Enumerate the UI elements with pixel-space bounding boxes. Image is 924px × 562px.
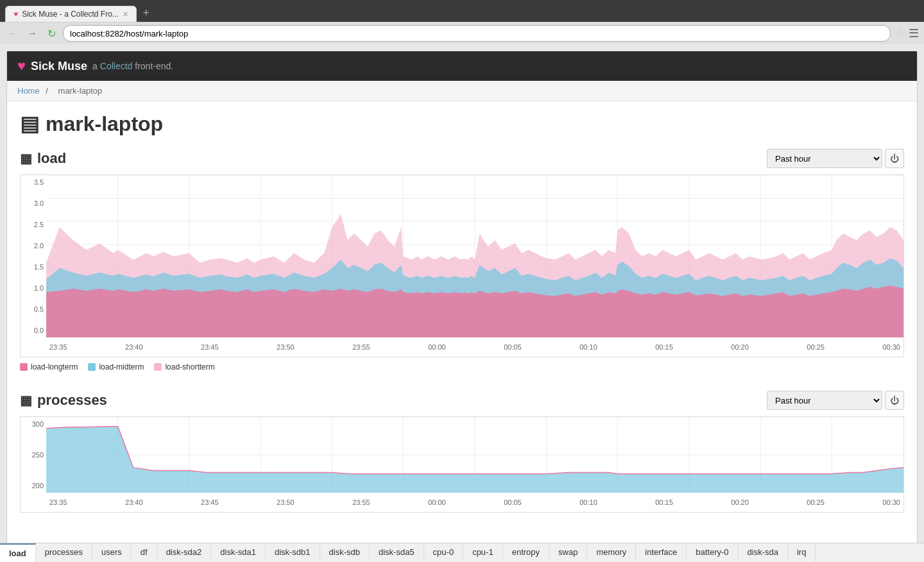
tab-users[interactable]: users <box>92 543 132 558</box>
server-icon: ▤ <box>20 112 39 136</box>
browser-chrome: ♥ Sick Muse - a Collectd Fro... ✕ + ← → … <box>0 0 924 44</box>
legend-midterm-color <box>88 363 96 371</box>
page-container: ♥ Sick Muse a Collectd front-end. Home /… <box>6 51 918 551</box>
load-chart-title: ▦ load <box>20 150 66 167</box>
tab-battery-0[interactable]: battery-0 <box>687 543 738 558</box>
browser-tab[interactable]: ♥ Sick Muse - a Collectd Fro... ✕ <box>5 6 137 22</box>
tab-title: Sick Muse - a Collectd Fro... <box>22 10 119 19</box>
load-chart-svg-area <box>46 175 903 337</box>
load-chart-controls: Past hour ⏻ <box>767 149 904 168</box>
tab-cpu-1[interactable]: cpu-1 <box>463 543 503 558</box>
page-wrapper: ♥ Sick Muse a Collectd front-end. Home /… <box>0 44 924 558</box>
load-chart-area: 3.5 3.0 2.5 2.0 1.5 1.0 0.5 0.0 <box>20 175 904 357</box>
load-y-labels: 3.5 3.0 2.5 2.0 1.5 1.0 0.5 0.0 <box>21 175 46 337</box>
processes-chart-svg-area <box>46 417 903 493</box>
load-chart-legend: load-longterm load-midterm load-shortter… <box>20 362 904 371</box>
tab-disk-sdb[interactable]: disk-sdb <box>320 543 370 558</box>
tab-bar: ♥ Sick Muse - a Collectd Fro... ✕ + <box>0 4 924 22</box>
tab-disk-sda5[interactable]: disk-sda5 <box>370 543 424 558</box>
load-x-labels: 23:35 23:40 23:45 23:50 23:55 00:00 00:0… <box>46 337 903 357</box>
app-header: ♥ Sick Muse a Collectd front-end. <box>7 51 917 81</box>
tab-memory[interactable]: memory <box>587 543 636 558</box>
load-power-button[interactable]: ⏻ <box>885 149 904 168</box>
legend-longterm: load-longterm <box>20 362 78 371</box>
main-content: ▤ mark-laptop ▦ load Past hour ⏻ <box>7 101 917 542</box>
tab-disk-sda[interactable]: disk-sda <box>739 543 788 558</box>
processes-x-labels: 23:35 23:40 23:45 23:50 23:55 00:00 00:0… <box>46 493 903 512</box>
bottom-tab-bar: load processes users df disk-sda2 disk-s… <box>0 543 924 558</box>
bookmark-button[interactable]: ☆ <box>894 26 905 40</box>
processes-svg <box>46 417 903 493</box>
new-tab-button[interactable]: + <box>137 4 156 22</box>
app-logo: ♥ <box>17 58 26 74</box>
processes-chart-section: ▦ processes Past hour ⏻ 300 250 <box>20 391 904 513</box>
breadcrumb-current: mark-laptop <box>58 86 103 96</box>
processes-time-select[interactable]: Past hour <box>767 391 882 410</box>
legend-longterm-color <box>20 363 28 371</box>
legend-shortterm: load-shortterm <box>154 362 214 371</box>
tab-load[interactable]: load <box>0 543 36 558</box>
nav-bar: ← → ↻ ☆ ☰ <box>0 22 924 44</box>
tab-processes[interactable]: processes <box>36 543 92 558</box>
tab-df[interactable]: df <box>132 543 157 558</box>
load-time-select[interactable]: Past hour <box>767 149 882 168</box>
processes-power-button[interactable]: ⏻ <box>885 391 904 410</box>
back-button[interactable]: ← <box>5 26 21 41</box>
host-name: mark-laptop <box>46 112 163 136</box>
processes-chart-icon: ▦ <box>20 393 32 408</box>
legend-shortterm-color <box>154 363 162 371</box>
forward-button[interactable]: → <box>24 26 40 41</box>
load-svg <box>46 175 903 337</box>
processes-chart-header: ▦ processes Past hour ⏻ <box>20 391 904 410</box>
menu-button[interactable]: ☰ <box>909 26 919 40</box>
processes-y-labels: 300 250 200 <box>21 417 46 493</box>
tab-interface[interactable]: interface <box>636 543 687 558</box>
tab-swap[interactable]: swap <box>549 543 587 558</box>
chart-bar-icon: ▦ <box>20 151 32 166</box>
tab-cpu-0[interactable]: cpu-0 <box>424 543 464 558</box>
address-bar[interactable] <box>63 25 891 42</box>
load-chart-section: ▦ load Past hour ⏻ 3.5 3.0 <box>20 149 904 371</box>
tab-close-button[interactable]: ✕ <box>123 10 128 19</box>
breadcrumb: Home / mark-laptop <box>7 81 917 101</box>
tab-entropy[interactable]: entropy <box>503 543 549 558</box>
tab-irq[interactable]: irq <box>788 543 816 558</box>
tab-favicon: ♥ <box>13 10 18 19</box>
processes-chart-area: 300 250 200 <box>20 416 904 513</box>
tab-disk-sda2[interactable]: disk-sda2 <box>157 543 212 558</box>
app-subtitle: a Collectd front-end. <box>92 61 173 71</box>
collectd-link[interactable]: Collectd <box>100 61 133 71</box>
app-title: Sick Muse <box>31 60 87 73</box>
breadcrumb-separator: / <box>46 86 48 96</box>
tab-disk-sdb1[interactable]: disk-sdb1 <box>266 543 320 558</box>
load-chart-header: ▦ load Past hour ⏻ <box>20 149 904 168</box>
processes-chart-controls: Past hour ⏻ <box>767 391 904 410</box>
breadcrumb-home[interactable]: Home <box>17 86 40 96</box>
tab-disk-sda1[interactable]: disk-sda1 <box>211 543 266 558</box>
legend-midterm: load-midterm <box>88 362 144 371</box>
refresh-button[interactable]: ↻ <box>44 26 59 41</box>
host-title: ▤ mark-laptop <box>20 112 904 136</box>
processes-chart-title: ▦ processes <box>20 392 107 409</box>
